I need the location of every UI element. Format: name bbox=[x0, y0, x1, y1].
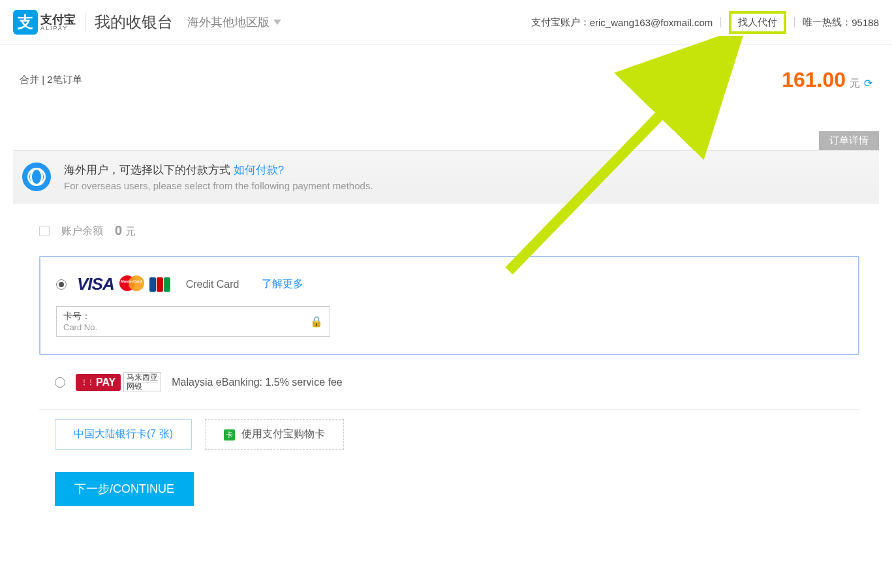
credit-card-label: Credit Card bbox=[186, 279, 239, 290]
region-dropdown[interactable]: 海外其他地区版 bbox=[187, 14, 281, 30]
overseas-notice: 海外用户，可选择以下的付款方式 如何付款? For overseas users… bbox=[13, 150, 879, 203]
find-someone-pay-link[interactable]: 找人代付 bbox=[729, 11, 786, 34]
globe-icon bbox=[22, 162, 51, 191]
continue-button[interactable]: 下一步/CONTINUE bbox=[55, 472, 194, 506]
divider bbox=[85, 12, 85, 32]
balance-checkbox[interactable] bbox=[39, 226, 50, 236]
overseas-text-cn: 海外用户，可选择以下的付款方式 bbox=[64, 164, 234, 176]
separator bbox=[720, 17, 721, 27]
account-label: 支付宝账户： bbox=[531, 16, 590, 29]
order-summary-row: 合并 | 2笔订单 161.00 元 ⟳ bbox=[13, 45, 879, 99]
chevron-down-icon bbox=[273, 20, 281, 25]
page-title: 我的收银台 bbox=[95, 12, 173, 33]
mastercard-logo bbox=[119, 275, 144, 291]
shopping-card-button[interactable]: 卡 使用支付宝购物卡 bbox=[205, 419, 344, 450]
account-email: eric_wang163@foxmail.com bbox=[590, 17, 713, 28]
logo-en: ALIPAY bbox=[40, 25, 76, 31]
learn-more-link[interactable]: 了解更多 bbox=[262, 277, 303, 291]
ebanking-label: Malaysia eBanking: 1.5% service fee bbox=[172, 377, 342, 388]
logo-cn: 支付宝 bbox=[40, 14, 76, 25]
hotline-label: 唯一热线： bbox=[803, 16, 852, 29]
credit-card-radio[interactable] bbox=[56, 279, 67, 290]
balance-label: 账户余额 bbox=[61, 224, 103, 238]
lock-icon: 🔒 bbox=[310, 315, 323, 328]
mainland-card-button[interactable]: 中国大陆银行卡(7 张) bbox=[55, 419, 192, 450]
overseas-text-en: For overseas users, please select from t… bbox=[64, 180, 373, 191]
visa-logo: VISA bbox=[77, 274, 114, 294]
jcb-logo bbox=[149, 277, 170, 292]
ebanking-radio[interactable] bbox=[55, 377, 65, 388]
ebanking-option[interactable]: ⋮⋮PAY 马来西亚网银 Malaysia eBanking: 1.5% ser… bbox=[39, 368, 859, 403]
how-to-pay-link[interactable]: 如何付款? bbox=[234, 164, 284, 176]
alipay-logo[interactable]: 支 支付宝 ALIPAY bbox=[13, 10, 76, 35]
alipay-logo-icon: 支 bbox=[13, 10, 38, 35]
card-number-input[interactable]: 卡号： Card No. 🔒 bbox=[56, 306, 330, 337]
mypay-logo: ⋮⋮PAY 马来西亚网银 bbox=[76, 372, 161, 392]
credit-card-option: VISA MasterCard Credit Card 了解更多 卡号： Car… bbox=[39, 256, 859, 355]
refresh-icon[interactable]: ⟳ bbox=[864, 77, 872, 89]
card-badge-icon: 卡 bbox=[224, 429, 235, 441]
currency-label: 元 bbox=[850, 77, 860, 91]
total-amount: 161.00 bbox=[782, 68, 846, 92]
order-detail-tab[interactable]: 订单详情 bbox=[819, 131, 879, 150]
balance-value: 0 bbox=[115, 223, 122, 238]
merged-orders-label: 合并 | 2笔订单 bbox=[20, 74, 82, 86]
header: 支 支付宝 ALIPAY 我的收银台 海外其他地区版 支付宝账户： eric_w… bbox=[0, 0, 892, 45]
balance-option[interactable]: 账户余额 0 元 bbox=[39, 223, 859, 239]
card-label-en: Card No. bbox=[63, 322, 310, 332]
separator bbox=[794, 17, 795, 27]
hotline-number: 95188 bbox=[852, 17, 879, 28]
balance-unit: 元 bbox=[125, 226, 136, 237]
card-label-cn: 卡号： bbox=[63, 311, 310, 322]
region-label: 海外其他地区版 bbox=[187, 14, 269, 30]
